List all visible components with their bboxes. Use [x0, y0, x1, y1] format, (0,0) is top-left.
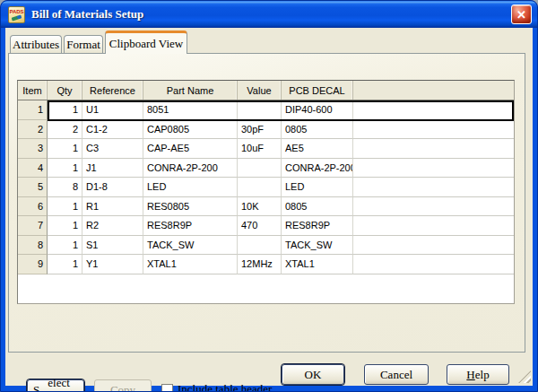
row-header-cell[interactable]: 5 [18, 178, 48, 197]
pads-icon-text: PADS [9, 9, 23, 14]
row-header-cell[interactable]: 7 [18, 216, 48, 236]
help-mnemonic: H [466, 368, 474, 382]
empty-cell[interactable] [353, 139, 514, 159]
reference-cell[interactable]: C3 [82, 139, 143, 159]
table-row[interactable]: 6 1 R1 RES0805 10K 0805 [18, 197, 514, 217]
qty-cell[interactable]: 1 [48, 197, 82, 217]
part-name-cell[interactable]: CAP-AE5 [143, 139, 238, 159]
select-all-label: elect All [39, 376, 78, 392]
value-cell[interactable]: 10K [238, 197, 282, 217]
include-table-header-option[interactable]: Include table header [161, 382, 272, 392]
tab-attributes[interactable]: Attributes [10, 35, 62, 54]
tab-format[interactable]: Format [64, 35, 103, 54]
ok-label: OK [305, 368, 322, 382]
pcb-decal-cell[interactable]: RES8R9P [282, 216, 353, 236]
reference-cell[interactable]: S1 [82, 236, 143, 256]
ok-button[interactable]: OK [282, 364, 344, 385]
copy-mnemonic: C [110, 383, 118, 392]
pcb-decal-cell[interactable]: 0805 [282, 197, 353, 217]
reference-cell[interactable]: J1 [82, 159, 143, 179]
value-cell[interactable]: 470 [238, 216, 282, 236]
table-row[interactable]: 3 1 C3 CAP-AE5 10uF AE5 [18, 139, 514, 159]
empty-cell[interactable] [353, 236, 514, 256]
pcb-decal-cell[interactable]: DIP40-600 [282, 100, 353, 120]
qty-cell[interactable]: 1 [48, 216, 82, 236]
empty-cell[interactable] [353, 120, 514, 140]
empty-cell[interactable] [353, 178, 514, 197]
table-row[interactable]: 1 1 U1 8051 DIP40-600 [18, 100, 514, 120]
table-row[interactable]: 2 2 C1-2 CAP0805 30pF 0805 [18, 120, 514, 140]
part-name-cell[interactable]: RES0805 [143, 197, 238, 217]
empty-cell[interactable] [353, 197, 514, 217]
select-all-button[interactable]: Select All [27, 379, 84, 392]
qty-cell[interactable]: 1 [48, 236, 82, 256]
pcb-decal-cell[interactable]: XTAL1 [282, 255, 353, 274]
value-cell[interactable]: 30pF [238, 120, 282, 140]
empty-cell[interactable] [353, 159, 514, 179]
column-header-item: Item [18, 81, 48, 100]
part-name-cell[interactable]: LED [143, 178, 238, 197]
titlebar[interactable]: PADS Bill of Materials Setup ✕ [1, 1, 537, 28]
empty-cell[interactable] [353, 255, 514, 274]
cancel-button[interactable]: Cancel [364, 364, 429, 385]
reference-cell[interactable]: U1 [82, 100, 143, 120]
window-title: Bill of Materials Setup [31, 7, 143, 22]
part-name-cell[interactable]: 8051 [143, 100, 238, 120]
row-header-cell[interactable]: 3 [18, 139, 48, 159]
value-cell[interactable] [238, 100, 282, 120]
empty-cell[interactable] [353, 216, 514, 236]
copy-button[interactable]: Copy [94, 379, 152, 392]
qty-cell[interactable]: 2 [48, 120, 82, 140]
value-cell[interactable]: 10uF [238, 139, 282, 159]
part-name-cell[interactable]: TACK_SW [143, 236, 238, 256]
reference-cell[interactable]: R1 [82, 197, 143, 217]
reference-cell[interactable]: C1-2 [82, 120, 143, 140]
part-name-cell[interactable]: RES8R9P [143, 216, 238, 236]
bom-setup-dialog: PADS Bill of Materials Setup ✕ Attribute… [0, 0, 538, 392]
pcb-decal-cell[interactable]: AE5 [282, 139, 353, 159]
tab-clipboard-view[interactable]: Clipboard View [105, 30, 187, 54]
table-row[interactable]: 9 1 Y1 XTAL1 12MHz XTAL1 [18, 255, 514, 274]
close-button[interactable]: ✕ [511, 4, 532, 24]
row-header-cell[interactable]: 8 [18, 236, 48, 256]
value-cell[interactable]: 12MHz [238, 255, 282, 274]
qty-cell[interactable]: 8 [48, 178, 82, 197]
pcb-decal-cell[interactable]: CONRA-2P-200 [282, 159, 353, 179]
pcb-decal-cell[interactable]: LED [282, 178, 353, 197]
qty-cell[interactable]: 1 [48, 255, 82, 274]
row-header-cell[interactable]: 1 [18, 100, 48, 120]
value-cell[interactable] [238, 159, 282, 179]
qty-cell[interactable]: 1 [48, 139, 82, 159]
include-table-header-label[interactable]: Include table header [178, 382, 272, 392]
column-header-reference: Reference [82, 81, 143, 100]
table-row[interactable]: 8 1 S1 TACK_SW TACK_SW [18, 236, 514, 256]
table-row[interactable]: 4 1 J1 CONRA-2P-200 CONRA-2P-200 [18, 159, 514, 179]
help-button[interactable]: Help [447, 364, 509, 385]
help-label: elp [475, 368, 490, 382]
part-name-cell[interactable]: CAP0805 [143, 120, 238, 140]
pcb-decal-cell[interactable]: 0805 [282, 120, 353, 140]
table-row[interactable]: 5 8 D1-8 LED LED [18, 178, 514, 197]
tab-clipboard-view-label: Clipboard View [109, 37, 183, 51]
value-cell[interactable] [238, 236, 282, 256]
reference-cell[interactable]: Y1 [82, 255, 143, 274]
reference-cell[interactable]: R2 [82, 216, 143, 236]
close-icon: ✕ [516, 8, 526, 22]
qty-cell[interactable]: 1 [48, 159, 82, 179]
empty-cell[interactable] [353, 100, 514, 120]
pcb-decal-cell[interactable]: TACK_SW [282, 236, 353, 256]
row-header-cell[interactable]: 9 [18, 255, 48, 274]
qty-cell[interactable]: 1 [48, 100, 82, 120]
select-all-mnemonic: S [33, 383, 39, 392]
reference-cell[interactable]: D1-8 [82, 178, 143, 197]
row-header-cell[interactable]: 2 [18, 120, 48, 140]
part-name-cell[interactable]: CONRA-2P-200 [143, 159, 238, 179]
copy-label: opy [118, 383, 136, 392]
row-header-cell[interactable]: 6 [18, 197, 48, 217]
column-header-part-name: Part Name [143, 81, 238, 100]
table-row[interactable]: 7 1 R2 RES8R9P 470 RES8R9P [18, 216, 514, 236]
row-header-cell[interactable]: 4 [18, 159, 48, 179]
value-cell[interactable] [238, 178, 282, 197]
include-table-header-checkbox[interactable] [161, 384, 173, 392]
part-name-cell[interactable]: XTAL1 [143, 255, 238, 274]
